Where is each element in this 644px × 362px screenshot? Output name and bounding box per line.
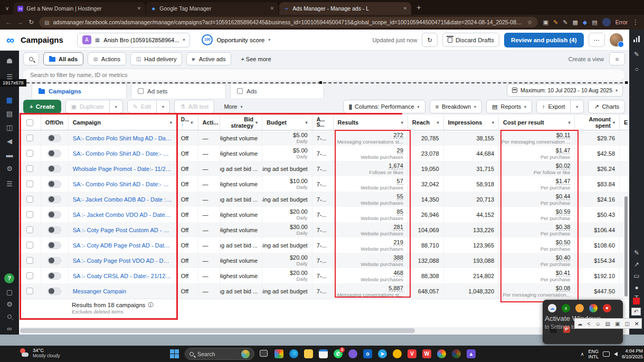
- header-more-button[interactable]: ⋯: [589, 33, 605, 47]
- share-icon[interactable]: <: [588, 321, 591, 327]
- extension-pen-icon[interactable]: ✎: [563, 19, 567, 26]
- browser-menu-icon[interactable]: ⋮: [632, 18, 639, 26]
- tray-expand-icon[interactable]: ∧: [581, 351, 584, 357]
- tab-close-icon[interactable]: ✕: [137, 6, 141, 11]
- site-info-icon[interactable]: ▤: [44, 20, 49, 25]
- upload-cloud-icon[interactable]: ☁: [577, 321, 583, 327]
- save-icon[interactable]: ◫: [625, 321, 630, 327]
- header-reach[interactable]: Reach▾: [408, 115, 444, 130]
- taskbar-purple-app-icon[interactable]: [348, 349, 357, 358]
- duplicate-dropdown-button[interactable]: ▾: [110, 100, 123, 113]
- pen-device-icon[interactable]: [603, 351, 610, 357]
- browser-profile-avatar[interactable]: [602, 18, 611, 26]
- horizontal-scrollbar[interactable]: [19, 327, 629, 335]
- filter-had-delivery[interactable]: ◫ Had delivery: [130, 52, 183, 65]
- vertical-scrollbar[interactable]: [624, 196, 628, 297]
- sidebar-account-overview-icon[interactable]: ▤: [0, 110, 19, 118]
- columns-button[interactable]: ||| Columns: Performance ▾: [343, 100, 425, 113]
- extension-pencil-icon[interactable]: ✎: [553, 19, 558, 26]
- url-bar[interactable]: ▤ adsmanager.facebook.com/adsmanager/man…: [39, 17, 537, 27]
- rail-search-icon[interactable]: [0, 312, 19, 320]
- print-icon[interactable]: ▤: [605, 321, 610, 327]
- help-button[interactable]: ?: [4, 273, 14, 283]
- back-icon[interactable]: ←: [5, 18, 12, 26]
- tab-search-chevron-icon[interactable]: ∨: [5, 5, 9, 11]
- account-selector[interactable]: A ▦ Anish Bro (1059162858964... ▾: [77, 33, 191, 47]
- profile-error-label[interactable]: Error: [615, 19, 628, 25]
- duplicate-button[interactable]: ▣ Duplicate: [65, 100, 110, 113]
- snip-pen-tool-icon[interactable]: ✎: [629, 249, 644, 256]
- filter-search-button[interactable]: [23, 52, 39, 65]
- sidebar-billing-icon[interactable]: ▬: [0, 151, 19, 159]
- edit-dropdown-button[interactable]: ▾: [157, 100, 170, 113]
- discard-drafts-button[interactable]: Discard Drafts: [442, 33, 499, 47]
- taskbar-mountain-app-icon[interactable]: ▲: [467, 349, 476, 358]
- extension-icon[interactable]: ▣: [543, 19, 548, 26]
- chevron-down-icon[interactable]: ▾: [613, 120, 615, 125]
- sidebar-settings-person-icon[interactable]: ⚙: [0, 165, 19, 173]
- edit-button[interactable]: ✎ Edit: [127, 100, 157, 113]
- taskbar-telegram-icon[interactable]: ➤: [378, 349, 387, 358]
- tab-ad-sets[interactable]: Ad sets: [131, 83, 226, 98]
- notifications-bell-icon[interactable]: [0, 57, 19, 65]
- create-button[interactable]: + Create: [23, 100, 61, 113]
- sidebar-campaigns-icon[interactable]: ▦: [0, 96, 19, 104]
- meta-logo-icon[interactable]: ∞: [6, 34, 14, 46]
- review-and-publish-button[interactable]: Review and publish (4): [504, 33, 584, 47]
- chevron-down-icon[interactable]: ▾: [255, 120, 258, 125]
- breakdown-button[interactable]: ≡ Breakdown ▾: [430, 100, 482, 113]
- forward-icon[interactable]: →: [17, 18, 23, 26]
- more-button[interactable]: More ▾: [219, 100, 248, 113]
- undo-button[interactable]: ↶: [631, 308, 641, 316]
- filter-see-more[interactable]: + See more: [235, 52, 276, 65]
- taskbar-chrome-dark-icon[interactable]: [452, 349, 461, 358]
- taskbar-folder-icon[interactable]: [304, 349, 313, 358]
- header-amount-spent[interactable]: Amount spent▾: [575, 115, 620, 130]
- table-search-input[interactable]: [22, 69, 626, 81]
- settings-gear-icon[interactable]: ⚙: [0, 300, 19, 308]
- office-app-icon[interactable]: [575, 304, 584, 312]
- filter-actions[interactable]: ◎ Actions: [88, 52, 126, 65]
- color-swatch-red[interactable]: [633, 298, 640, 304]
- header-impressions[interactable]: Impressions▾: [444, 115, 499, 130]
- taskbar-calendar-icon[interactable]: [319, 349, 328, 358]
- taskbar-clock[interactable]: 4:04 PM 8/10/2025: [622, 348, 643, 360]
- capture-handle[interactable]: [625, 81, 628, 84]
- taskbar-swirl-app-icon[interactable]: [274, 349, 283, 358]
- task-view-button[interactable]: [260, 350, 268, 357]
- taskbar-edge-icon[interactable]: [289, 349, 298, 358]
- language-indicator[interactable]: ENGINTL: [588, 349, 599, 359]
- opportunity-score[interactable]: 100 Opportunity score ▾: [202, 34, 270, 45]
- filter-active-ads[interactable]: ▶ Active ads: [186, 52, 231, 65]
- extension-clip-icon[interactable]: ▤: [592, 19, 597, 26]
- charts-button[interactable]: ↗ Charts: [588, 100, 625, 113]
- refresh-button[interactable]: ↻: [422, 33, 438, 47]
- sidebar-all-tools-icon[interactable]: ☰: [0, 180, 19, 188]
- new-tab-button[interactable]: +: [416, 3, 421, 12]
- export-button[interactable]: ↑ Export: [536, 100, 571, 113]
- chevron-down-icon[interactable]: ▾: [306, 120, 308, 125]
- copy-icon[interactable]: ▣: [615, 321, 620, 327]
- snip-blur-tool-icon[interactable]: ●: [629, 284, 644, 291]
- heart-app-icon[interactable]: ♥: [603, 304, 611, 312]
- taskbar-weather-widget[interactable]: 34°C Mostly cloudy: [20, 347, 60, 358]
- header-budget[interactable]: Budget▾: [262, 115, 312, 130]
- sidebar-audiences-icon[interactable]: ◫: [0, 123, 19, 131]
- tab-ads[interactable]: Ads: [230, 83, 324, 98]
- tab-campaigns[interactable]: Campaigns: [32, 83, 127, 98]
- browser-tab-gtm[interactable]: ◆ Google Tag Manager ✕: [146, 2, 278, 15]
- chevron-down-icon[interactable]: ▾: [492, 120, 494, 125]
- reload-icon[interactable]: ↻: [29, 18, 34, 26]
- rail-circle-icon[interactable]: ○: [629, 65, 644, 73]
- frame-icon[interactable]: ▢: [0, 288, 19, 296]
- horizontal-scrollbar-thumb[interactable]: [20, 328, 415, 333]
- export-dropdown-button[interactable]: ▾: [571, 100, 584, 113]
- header-bid-strategy[interactable]: Bid strategy▾: [220, 115, 262, 130]
- create-a-view-link[interactable]: Create a view: [569, 56, 604, 62]
- extension-grid-icon[interactable]: ▦: [572, 19, 577, 26]
- view-settings-button[interactable]: ≡: [609, 52, 625, 65]
- cloud-app-icon[interactable]: ☁: [548, 304, 556, 312]
- taskbar-whatsapp-icon[interactable]: ✆3: [334, 349, 343, 358]
- url-text[interactable]: adsmanager.facebook.com/adsmanager/manag…: [53, 19, 524, 25]
- taskbar-mango-app-icon[interactable]: [393, 349, 402, 358]
